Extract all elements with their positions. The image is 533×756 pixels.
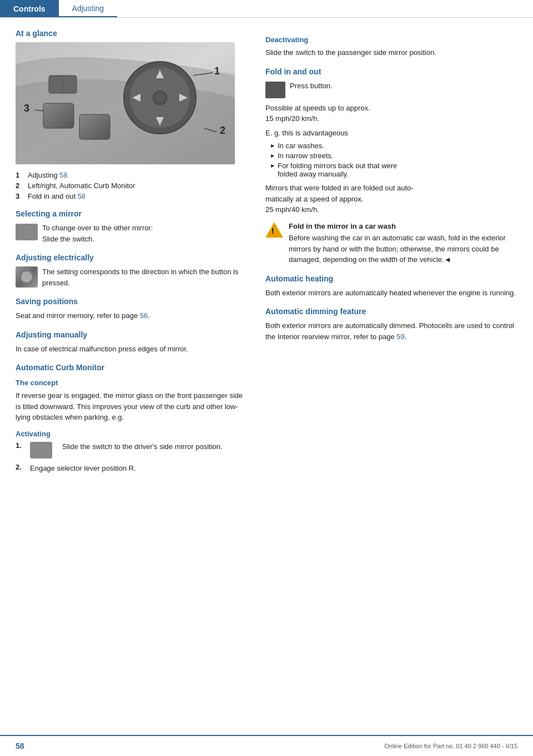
fold-in-out-block: Press button.	[265, 80, 517, 98]
page-content: At a glance	[0, 18, 533, 489]
automatic-dimming-text: Both exterior mirrors are automatically …	[265, 320, 517, 342]
saving-positions-link[interactable]: 56	[140, 311, 148, 320]
numbered-list: 1 Adjusting 58 2 Left/right, Automatic C…	[16, 171, 249, 200]
fold-bullets-list: In car washes. In narrow streets. For fo…	[271, 142, 517, 178]
fold-mirrors-text: Mirrors that were folded in are folded o…	[265, 183, 517, 215]
selecting-mirror-block: To change over to the other mirror:Slide…	[16, 223, 249, 244]
the-concept-heading: The concept	[16, 379, 249, 387]
item-3-link[interactable]: 58	[78, 192, 86, 200]
page-number: 58	[16, 742, 24, 750]
switch-icon-2	[30, 442, 52, 458]
the-concept-text: If reverse gear is engaged, the mirror g…	[16, 390, 249, 423]
svg-rect-14	[43, 103, 74, 128]
svg-rect-15	[79, 114, 110, 139]
automatic-heating-heading: Automatic heating	[265, 274, 517, 283]
fold-bullet-3: For folding mirrors back out that werefo…	[271, 162, 517, 178]
page-header: Controls Adjusting	[0, 0, 533, 18]
fold-press-text: Press button.	[290, 80, 517, 92]
fold-in-out-heading: Fold in and out	[265, 67, 517, 76]
item-1-num: 1	[16, 171, 23, 179]
list-item-1: 1 Adjusting 58	[16, 171, 249, 179]
fold-bullet-2: In narrow streets.	[271, 152, 517, 160]
selecting-mirror-heading: Selecting a mirror	[16, 209, 249, 218]
svg-point-7	[153, 91, 167, 104]
item-3-num: 3	[16, 192, 23, 200]
activating-step2: 2. Engage selector lever position R.	[16, 463, 249, 474]
svg-text:3: 3	[24, 103, 29, 114]
fold-possible-text: Possible at speeds up to approx.15 mph/2…	[265, 103, 517, 124]
automatic-curb-monitor-heading: Automatic Curb Monitor	[16, 363, 249, 372]
warning-icon	[265, 221, 283, 239]
step1-text: Slide the switch to the driver's side mi…	[62, 441, 249, 452]
item-1-text: Adjusting 58	[28, 171, 68, 179]
warning-triangle-icon	[265, 222, 283, 238]
adjusting-manually-text: In case of electrical malfunction press …	[16, 344, 249, 355]
adjusting-electrically-heading: Adjusting electrically	[16, 253, 249, 262]
warning-title: Fold in the mirror in a car wash	[289, 221, 517, 232]
fold-eg-text: E. g. this is advantageous	[265, 128, 517, 139]
step2-text: Engage selector lever position R.	[30, 463, 249, 474]
dimming-link[interactable]: 59	[396, 332, 404, 341]
right-column: Deactivating Slide the switch to the pas…	[265, 29, 517, 478]
left-column: At a glance	[16, 29, 249, 478]
adjusting-electrically-text: The setting corresponds to the direction…	[42, 266, 249, 288]
tab-controls[interactable]: Controls	[0, 0, 59, 17]
deactivating-heading: Deactivating	[265, 36, 517, 44]
svg-text:2: 2	[220, 125, 225, 136]
automatic-heating-text: Both exterior mirrors are automatically …	[265, 288, 517, 299]
dial-icon	[16, 266, 38, 288]
saving-positions-text: Seat and mirror memory, refer to page 56…	[16, 310, 249, 321]
fold-bullet-1: In car washes.	[271, 142, 517, 150]
activating-heading: Activating	[16, 430, 249, 438]
item-3-text: Fold in and out 58	[28, 192, 86, 200]
step2-num: 2.	[16, 463, 24, 471]
item-1-link[interactable]: 58	[59, 171, 67, 179]
footer-text: Online Edition for Part no. 01 40 2 960 …	[384, 743, 517, 749]
adjusting-electrically-block: The setting corresponds to the direction…	[16, 266, 249, 288]
item-2-num: 2	[16, 182, 23, 190]
activating-step1: 1. Slide the switch to the driver's side…	[16, 441, 249, 458]
warning-text-block: Fold in the mirror in a car wash Before …	[289, 221, 517, 265]
selecting-mirror-text: To change over to the other mirror:Slide…	[42, 223, 249, 244]
page-footer: 58 Online Edition for Part no. 01 40 2 9…	[0, 735, 533, 756]
fold-button-icon	[265, 82, 285, 98]
warning-box: Fold in the mirror in a car wash Before …	[265, 221, 517, 265]
saving-positions-heading: Saving positions	[16, 297, 249, 306]
adjusting-manually-heading: Adjusting manually	[16, 330, 249, 339]
automatic-dimming-heading: Automatic dimming feature	[265, 307, 517, 316]
list-item-2: 2 Left/right, Automatic Curb Monitor	[16, 182, 249, 190]
at-a-glance-heading: At a glance	[16, 29, 249, 38]
mirror-controls-image: 1 2 3	[16, 42, 235, 164]
tab-adjusting[interactable]: Adjusting	[59, 0, 118, 17]
deactivating-text: Slide the switch to the passenger side m…	[265, 47, 517, 58]
step1-num: 1.	[16, 441, 24, 450]
svg-text:1: 1	[214, 65, 220, 77]
item-2-text: Left/right, Automatic Curb Monitor	[28, 182, 135, 190]
switch-icon	[16, 224, 38, 240]
warning-body: Before washing the car in an automatic c…	[289, 234, 506, 264]
list-item-3: 3 Fold in and out 58	[16, 192, 249, 200]
